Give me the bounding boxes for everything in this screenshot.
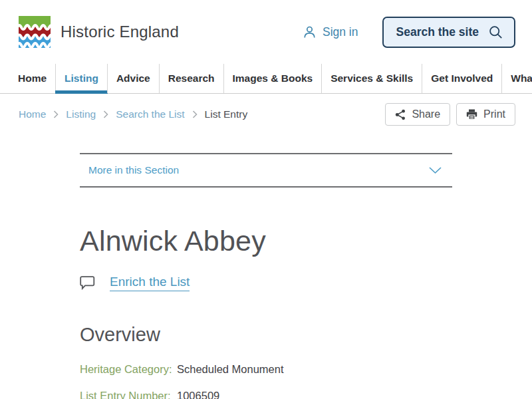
breadcrumb-home[interactable]: Home: [19, 108, 46, 120]
main-navigation: Home Listing Advice Research Images & Bo…: [0, 64, 532, 94]
nav-item-whats-new[interactable]: What's New: [501, 64, 532, 93]
list-entry-number-row: List Entry Number: 1006509: [80, 390, 452, 399]
print-icon: [466, 109, 477, 120]
nav-item-get-involved[interactable]: Get Involved: [422, 64, 501, 93]
historic-england-logo[interactable]: Historic England: [19, 16, 179, 48]
overview-fields: Heritage Category: Scheduled Monument Li…: [80, 363, 452, 399]
speech-bubble-icon: [80, 276, 95, 290]
overview-heading: Overview: [80, 324, 452, 346]
heritage-category-label: Heritage Category:: [80, 363, 177, 376]
enrich-the-list-row: Enrich the List: [80, 275, 452, 291]
share-icon: [395, 109, 406, 120]
print-button-label: Print: [483, 108, 505, 120]
nav-item-services-skills[interactable]: Services & Skills: [321, 64, 422, 93]
page-title: Alnwick Abbey: [80, 225, 452, 257]
breadcrumb-listing[interactable]: Listing: [66, 108, 96, 120]
nav-item-home[interactable]: Home: [9, 64, 55, 93]
share-button[interactable]: Share: [385, 103, 450, 126]
list-entry-number-label: List Entry Number:: [80, 390, 177, 399]
sign-in-label: Sign in: [323, 25, 358, 39]
breadcrumb-search-the-list[interactable]: Search the List: [116, 108, 184, 120]
more-in-this-section-toggle[interactable]: More in this Section: [80, 153, 452, 188]
site-header: Historic England Sign in Search the site: [0, 0, 532, 64]
user-icon: [303, 25, 317, 39]
nav-item-listing[interactable]: Listing: [55, 64, 107, 93]
search-button-label: Search the site: [396, 25, 479, 39]
more-in-this-section-label: More in this Section: [88, 164, 179, 176]
logo-wordmark: Historic England: [61, 23, 179, 41]
chevron-right-icon: [53, 110, 59, 118]
breadcrumb-bar: Home Listing Search the List List Entry …: [0, 94, 532, 126]
search-the-site-button[interactable]: Search the site: [382, 17, 516, 48]
logo-waves-icon: [19, 16, 51, 48]
chevron-right-icon: [192, 110, 198, 118]
share-button-label: Share: [412, 108, 440, 120]
print-button[interactable]: Print: [456, 103, 515, 126]
enrich-the-list-link[interactable]: Enrich the List: [110, 275, 190, 291]
search-icon: [489, 25, 503, 39]
nav-item-research[interactable]: Research: [159, 64, 223, 93]
sign-in-link[interactable]: Sign in: [303, 25, 358, 39]
list-entry-number-value: 1006509: [177, 390, 219, 399]
heritage-category-value: Scheduled Monument: [177, 363, 284, 376]
nav-item-images-books[interactable]: Images & Books: [223, 64, 322, 93]
heritage-category-row: Heritage Category: Scheduled Monument: [80, 363, 452, 376]
list-entry-content: More in this Section Alnwick Abbey Enric…: [80, 153, 452, 399]
chevron-down-icon: [429, 167, 442, 174]
nav-item-advice[interactable]: Advice: [107, 64, 159, 93]
chevron-right-icon: [103, 110, 108, 118]
breadcrumb-current-list-entry: List Entry: [205, 108, 248, 120]
breadcrumb: Home Listing Search the List List Entry: [19, 108, 247, 120]
